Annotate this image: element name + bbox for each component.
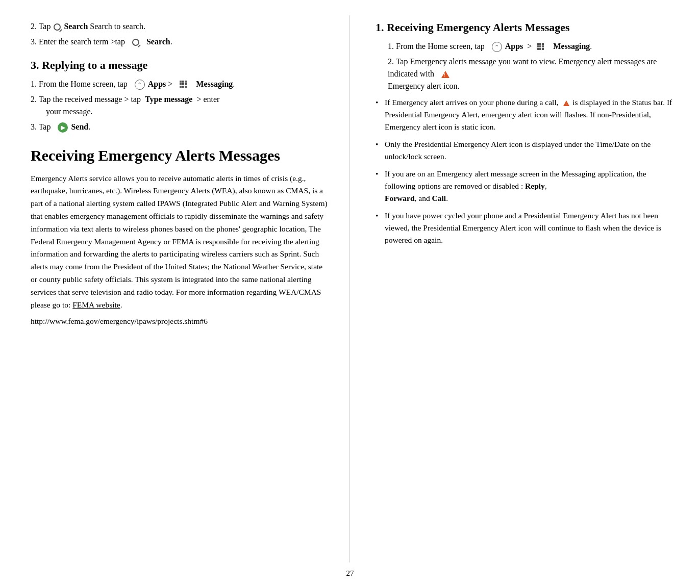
step-2: 2. Tap Search Search to search.: [31, 20, 329, 33]
bullet-item-1: If Emergency alert arrives on your phone…: [376, 96, 674, 133]
right-gt: >: [527, 42, 532, 50]
bullet3-text: If you are on an Emergency alert message…: [385, 169, 646, 190]
reply-step2-text2: > enter: [196, 95, 219, 104]
right-step1: 1. From the Home screen, tap ⌃ Apps > Me…: [376, 40, 674, 53]
step-3: 3. Enter the search term >tap Search.: [31, 36, 329, 48]
right-main-heading: 1. Receiving Emergency Alerts Messages: [376, 20, 674, 35]
step2-label: 2. Tap: [31, 22, 51, 31]
type-message-bold: Type message: [145, 95, 192, 104]
fema-link[interactable]: FEMA website: [72, 300, 120, 309]
page-number: 27: [346, 569, 354, 578]
right-step1-text: 1. From the Home screen, tap: [388, 42, 485, 50]
gt1: >: [168, 80, 172, 88]
section3-heading: 3. Replying to a message: [31, 58, 329, 73]
right-step2-text: 2. Tap Emergency alerts message you want…: [388, 57, 657, 78]
messaging-label: Messaging: [196, 80, 233, 88]
bullet3-reply: Reply: [525, 182, 545, 190]
body-paragraph: Emergency Alerts service allows you to r…: [31, 172, 329, 312]
bullet3-call: Call: [432, 194, 446, 202]
main-heading-left: Receiving Emergency Alerts Messages: [31, 145, 329, 165]
step2-search-label: Search: [64, 22, 88, 31]
search-icon-2: [132, 39, 139, 46]
apps-icon: ⌃: [135, 80, 145, 90]
send-icon: ▶: [58, 122, 68, 133]
step3-bold: Search: [146, 37, 170, 46]
bullet-list: If Emergency alert arrives on your phone…: [376, 96, 674, 246]
reply-step2-indent: your message.: [31, 106, 329, 118]
bullet4-text: If you have power cycled your phone and …: [385, 211, 661, 244]
fema-url: http://www.fema.gov/emergency/ipaws/proj…: [31, 315, 329, 328]
search-icon: [54, 23, 61, 31]
reply-step1-text: 1. From the Home screen, tap: [31, 80, 128, 88]
alert-icon: [441, 71, 449, 78]
bullet2-text: Only the Presidential Emergency Alert ic…: [385, 140, 651, 161]
bullet-item-3: If you are on an Emergency alert message…: [376, 168, 674, 204]
reply-step3: 3. Tap ▶ Send.: [31, 121, 329, 133]
reply-step1: 1. From the Home screen, tap ⌃ Apps > Me…: [31, 78, 329, 90]
right-step2-text2: Emergency alert icon.: [388, 82, 460, 90]
apps-label: Apps: [148, 80, 166, 88]
right-apps-label: Apps: [505, 42, 523, 50]
alert-icon-sm: [563, 100, 569, 106]
period1: .: [233, 80, 235, 88]
reply-step2: 2. Tap the received message > tap Type m…: [31, 93, 329, 118]
step3-period: .: [170, 37, 172, 46]
bullet-item-4: If you have power cycled your phone and …: [376, 210, 674, 246]
bullet1-text: If Emergency alert arrives on your phone…: [385, 98, 560, 107]
right-step2: 2. Tap Emergency alerts message you want…: [376, 56, 674, 92]
reply-step3-text: 3. Tap: [31, 122, 51, 131]
apps-icon-right: ⌃: [492, 42, 502, 52]
right-column: 1. Receiving Emergency Alerts Messages 1…: [350, 15, 700, 563]
send-bold: Send: [71, 122, 88, 131]
right-messaging-label: Messaging: [553, 42, 590, 50]
messaging-icon: [180, 81, 189, 89]
left-column: 2. Tap Search Search to search. 3. Enter…: [0, 15, 350, 563]
bullet3-forward: Forward: [385, 194, 415, 202]
step3-label: 3. Enter the search term >tap: [31, 37, 125, 46]
reply-step2-text: 2. Tap the received message > tap: [31, 95, 141, 104]
step2-text: Search to search.: [90, 22, 145, 31]
messaging-icon-right: [537, 43, 546, 51]
bullet-item-2: Only the Presidential Emergency Alert ic…: [376, 138, 674, 163]
